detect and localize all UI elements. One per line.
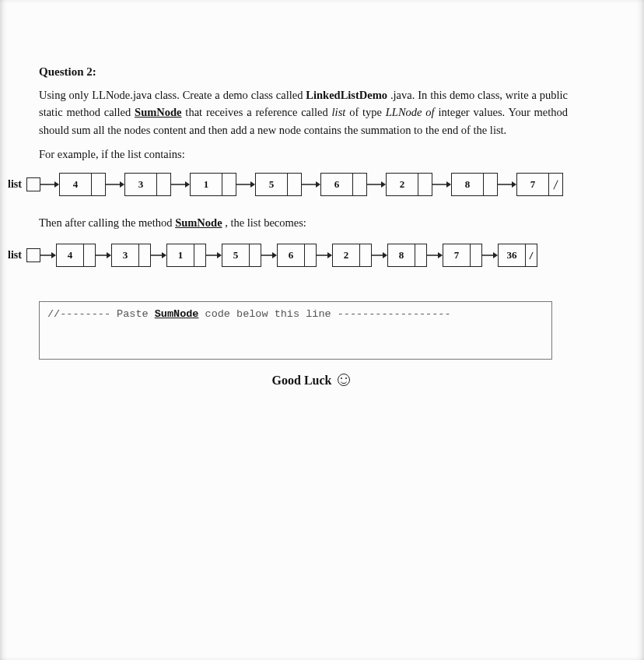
node-data: 8 xyxy=(451,173,484,196)
good-luck-text: Good Luck xyxy=(272,374,332,387)
ll-node: 1 xyxy=(190,173,236,196)
node-data: 4 xyxy=(59,173,92,196)
node-ptr xyxy=(250,244,261,267)
ll-node: 3 xyxy=(124,173,171,196)
ll-node: 3 xyxy=(111,244,151,267)
node-ptr xyxy=(194,244,206,267)
node-data: 3 xyxy=(124,173,157,196)
ll-node: 6 xyxy=(320,173,367,196)
txt: Using only LLNode.java class. Create a d… xyxy=(39,89,306,101)
code-comment-post: code below this line ------------------ xyxy=(198,308,450,320)
node-ptr xyxy=(353,173,367,196)
arrow-icon xyxy=(40,251,56,260)
arrow-icon xyxy=(498,180,516,189)
arrow-icon xyxy=(206,251,222,260)
node-ptr xyxy=(139,244,151,267)
node-data: 2 xyxy=(386,173,418,196)
node-data: 4 xyxy=(56,244,84,267)
arrow-icon xyxy=(317,251,332,260)
arrow-icon xyxy=(427,251,443,260)
node-data: 6 xyxy=(320,173,353,196)
node-data: 7 xyxy=(516,173,549,196)
node-data: 8 xyxy=(387,244,415,267)
node-data: 2 xyxy=(332,244,360,267)
question-label: Question 2: xyxy=(39,65,628,79)
list-label: list xyxy=(8,178,22,191)
txt: , the list becomes: xyxy=(225,216,306,229)
node-ptr xyxy=(157,173,171,196)
null-ptr xyxy=(549,173,563,196)
node-data: 6 xyxy=(277,244,305,267)
question-paragraph: Using only LLNode.java class. Create a d… xyxy=(39,86,568,139)
code-comment-pre: //-------- Paste xyxy=(47,308,155,320)
smiley-icon xyxy=(338,374,350,386)
ll-node: 5 xyxy=(222,244,261,267)
node-data: 1 xyxy=(190,173,222,196)
linked-list-before: list 4 3 1 5 6 2 xyxy=(8,173,628,196)
node-data: 5 xyxy=(255,173,288,196)
txt: of type xyxy=(349,106,386,118)
ll-node: 1 xyxy=(166,244,206,267)
head-box xyxy=(26,177,40,191)
node-ptr xyxy=(305,244,317,267)
arrow-icon xyxy=(40,180,59,189)
arrow-icon xyxy=(482,251,498,260)
ll-node: 7 xyxy=(443,244,482,267)
document-page: Question 2: Using only LLNode.java class… xyxy=(0,0,644,660)
method-name: SumNode xyxy=(135,106,181,118)
good-luck: Good Luck xyxy=(39,374,583,388)
ll-node: 2 xyxy=(386,173,432,196)
ll-node-sum: 36 xyxy=(498,244,537,267)
arrow-icon xyxy=(236,180,255,189)
code-paste-area: //-------- Paste SumNode code below this… xyxy=(39,301,552,360)
arrow-icon xyxy=(302,180,320,189)
node-ptr xyxy=(92,173,106,196)
node-ptr xyxy=(288,173,302,196)
arrow-icon xyxy=(367,180,386,189)
arrow-icon xyxy=(106,180,124,189)
node-ptr xyxy=(415,244,427,267)
ll-node: 4 xyxy=(56,244,96,267)
param-name: list xyxy=(332,106,346,118)
node-ptr xyxy=(222,173,236,196)
node-ptr xyxy=(360,244,372,267)
txt: Then after calling the method xyxy=(39,216,175,229)
node-ptr xyxy=(471,244,482,267)
ll-node: 7 xyxy=(516,173,563,196)
ll-node: 8 xyxy=(387,244,427,267)
node-data: 3 xyxy=(111,244,139,267)
node-ptr xyxy=(484,173,498,196)
arrow-icon xyxy=(432,180,451,189)
method-name: SumNode xyxy=(155,308,199,320)
example-intro: For example, if the list contains: xyxy=(39,148,628,161)
node-data: 7 xyxy=(443,244,471,267)
node-data: 36 xyxy=(498,244,526,267)
node-ptr xyxy=(84,244,96,267)
class-name: LinkedListDemo xyxy=(306,89,387,101)
ll-node: 6 xyxy=(277,244,317,267)
arrow-icon xyxy=(171,180,190,189)
null-ptr xyxy=(526,244,537,267)
node-data: 5 xyxy=(222,244,250,267)
ll-node: 5 xyxy=(255,173,302,196)
type-name: LLNode of xyxy=(386,106,435,118)
head-box xyxy=(26,248,40,262)
list-label: list xyxy=(8,249,22,262)
arrow-icon xyxy=(261,251,277,260)
node-ptr xyxy=(418,173,432,196)
method-name: SumNode xyxy=(175,216,222,229)
arrow-icon xyxy=(372,251,387,260)
then-line: Then after calling the method SumNode , … xyxy=(39,216,628,230)
ll-node: 2 xyxy=(332,244,372,267)
txt: that receives a reference called xyxy=(185,106,331,118)
arrow-icon xyxy=(96,251,111,260)
ll-node: 8 xyxy=(451,173,498,196)
ll-node: 4 xyxy=(59,173,106,196)
node-data: 1 xyxy=(166,244,194,267)
linked-list-after: list 4 3 1 5 6 2 8 7 36 xyxy=(8,244,628,267)
arrow-icon xyxy=(151,251,166,260)
